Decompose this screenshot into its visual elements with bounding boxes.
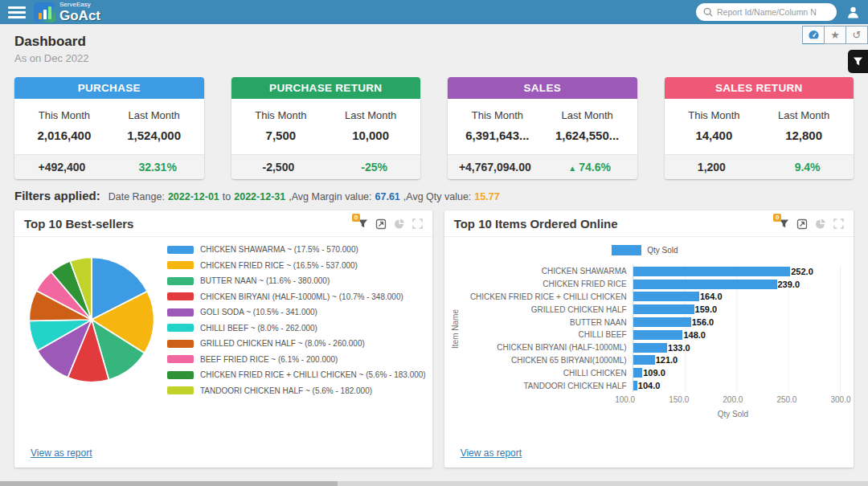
pie-legend-item[interactable]: CHICKEN BIRYANI (HALF-1000ML) ~ (10.7% -… — [167, 292, 426, 301]
user-profile-icon[interactable] — [846, 6, 860, 19]
legend-swatch — [167, 340, 194, 348]
kpi-this-month-value: 7,500 — [236, 129, 326, 142]
view-toggle-group: ★ ↺ — [803, 26, 868, 44]
panel-filter-button[interactable]: 0 — [779, 218, 789, 229]
bar-chart-row: CHICKEN FRIED RICE + CHILLI CHICKEN 164.… — [462, 291, 841, 304]
bar[interactable] — [633, 292, 699, 301]
filters-applied-bar: Filters applied: Date Range: 2022-12-01 … — [0, 179, 868, 210]
best-sellers-panel: Top 10 Best-sellers 0 — [14, 210, 432, 468]
bar[interactable] — [633, 330, 683, 340]
view-as-report-link[interactable]: View as report — [461, 447, 522, 459]
pie-legend-item[interactable]: GRILLED CHICKEN HALF ~ (8.0% - 260.000) — [167, 339, 426, 348]
pie-legend-item[interactable]: CHILLI BEEF ~ (8.0% - 262.000) — [167, 324, 426, 333]
bar[interactable] — [633, 267, 791, 276]
kpi-this-month-value: 14,400 — [669, 129, 760, 142]
panel-filter-button[interactable]: 0 — [358, 218, 368, 229]
expand-icon — [412, 218, 423, 229]
kpi-last-month-label: Last Month — [759, 109, 849, 121]
x-axis-tick-label: 150.0 — [669, 395, 689, 404]
scrollbar-thumb[interactable] — [0, 481, 338, 486]
legend-swatch — [167, 355, 194, 363]
bar[interactable] — [633, 317, 691, 327]
page-title: Dashboard — [14, 34, 854, 50]
bar-value-label: 164.0 — [700, 292, 723, 301]
report-search-box[interactable] — [696, 3, 837, 21]
kpi-last-month-label: Last Month — [326, 109, 416, 121]
kpi-delta-value: +492,400 — [14, 161, 109, 174]
hamburger-menu-icon[interactable] — [8, 4, 26, 21]
x-axis-tick-label: 200.0 — [723, 395, 743, 404]
pie-chart-icon — [815, 218, 826, 230]
bar-category-label: TANDOORI CHICKEN HALF — [462, 382, 633, 390]
kpi-percent-value: 74.6% — [579, 161, 611, 174]
pie-legend-item[interactable]: TANDOORI CHICKEN HALF ~ (5.6% - 182.000) — [167, 386, 426, 395]
bar-chart-row: CHILLI CHICKEN 109.0 — [462, 366, 841, 379]
kpi-last-month-value: 10,000 — [326, 129, 416, 142]
pie-chart — [24, 248, 159, 391]
bar-value-label: 133.0 — [668, 343, 690, 353]
avg-margin-label: ,Avg Margin value: — [289, 191, 371, 202]
favorites-button[interactable]: ★ — [824, 26, 846, 44]
horizontal-scrollbar[interactable] — [0, 481, 868, 486]
bar[interactable] — [633, 343, 667, 353]
kpi-this-month-label: This Month — [452, 109, 542, 121]
export-button[interactable] — [375, 218, 387, 230]
legend-label: CHICKEN FRIED RICE ~ (16.5% - 537.000) — [200, 261, 358, 270]
global-filter-button[interactable] — [848, 50, 868, 73]
app-logo[interactable]: ServeEasy GoAct — [34, 2, 100, 22]
export-icon — [375, 218, 387, 230]
kpi-last-month-value: 12,800 — [759, 129, 849, 142]
legend-swatch — [612, 245, 641, 255]
search-input[interactable] — [717, 7, 829, 17]
history-button[interactable]: ↺ — [845, 26, 868, 44]
trend-up-icon: ▲ — [568, 164, 576, 173]
pie-legend-item[interactable]: BUTTER NAAN ~ (11.6% - 380.000) — [167, 276, 426, 285]
kpi-card: SALES This Month 6,391,643... Last Month… — [448, 77, 637, 179]
kpi-card-header: SALES RETURN — [665, 77, 854, 99]
export-button[interactable] — [796, 218, 808, 230]
kpi-this-month-label: This Month — [236, 109, 326, 121]
pie-legend-item[interactable]: BEEF FRIED RICE ~ (6.1% - 200.000) — [167, 355, 426, 364]
chart-type-button[interactable] — [815, 218, 826, 230]
view-as-report-link[interactable]: View as report — [31, 447, 92, 459]
bar-value-label: 156.0 — [692, 317, 714, 327]
legend-swatch — [167, 261, 194, 269]
y-axis-title: Item Name — [451, 309, 460, 349]
chart-type-button[interactable] — [394, 218, 405, 230]
legend-label: GOLI SODA ~ (10.5% - 341.000) — [200, 308, 317, 317]
history-icon: ↺ — [853, 29, 862, 41]
bar[interactable] — [633, 304, 694, 314]
expand-button[interactable] — [412, 218, 423, 229]
bar-chart-row: CHICKEN BIRYANI (HALF-1000ML) 133.0 — [462, 341, 841, 354]
pie-legend: CHICKEN SHAWARMA ~ (17.5% - 570.000) CHI… — [167, 245, 426, 395]
bar[interactable] — [633, 381, 637, 390]
legend-swatch — [167, 277, 194, 285]
search-icon — [703, 7, 713, 17]
pie-legend-item[interactable]: GOLI SODA ~ (10.5% - 341.000) — [167, 308, 426, 317]
bar-value-label: 121.0 — [656, 355, 678, 365]
bar-category-label: CHILLI CHICKEN — [462, 369, 633, 378]
kpi-percent-value: 9.4% — [795, 161, 821, 174]
pie-legend-item[interactable]: CHICKEN FRIED RICE + CHILLI CHICKEN ~ (5… — [167, 370, 426, 379]
kpi-card-row: PURCHASE This Month 2,016,400 Last Month… — [0, 64, 868, 179]
bar[interactable] — [633, 280, 777, 289]
dashboard-view-button[interactable] — [802, 26, 825, 44]
brand-main-text: GoAct — [59, 9, 100, 22]
legend-label: BUTTER NAAN ~ (11.6% - 380.000) — [200, 276, 330, 285]
pie-legend-item[interactable]: CHICKEN SHAWARMA ~ (17.5% - 570.000) — [167, 245, 426, 254]
export-icon — [796, 218, 808, 230]
expand-button[interactable] — [833, 218, 844, 229]
kpi-percent-value: -25% — [361, 161, 387, 174]
legend-label: CHICKEN SHAWARMA ~ (17.5% - 570.000) — [200, 245, 358, 254]
bar-value-label: 252.0 — [791, 267, 813, 276]
date-to-word: to — [223, 191, 231, 202]
bar-chart-legend[interactable]: Qty Sold — [449, 245, 841, 255]
bar-value-label: 239.0 — [778, 280, 800, 289]
legend-label: CHICKEN BIRYANI (HALF-1000ML) ~ (10.7% -… — [200, 292, 403, 301]
bar[interactable] — [633, 368, 643, 378]
legend-label: CHILLI BEEF ~ (8.0% - 262.000) — [200, 324, 317, 333]
pie-legend-item[interactable]: CHICKEN FRIED RICE ~ (16.5% - 537.000) — [167, 261, 426, 270]
bar[interactable] — [633, 355, 655, 365]
best-sellers-panel-title: Top 10 Best-sellers — [24, 217, 133, 231]
avg-qty-label: ,Avg Qty value: — [403, 191, 472, 202]
